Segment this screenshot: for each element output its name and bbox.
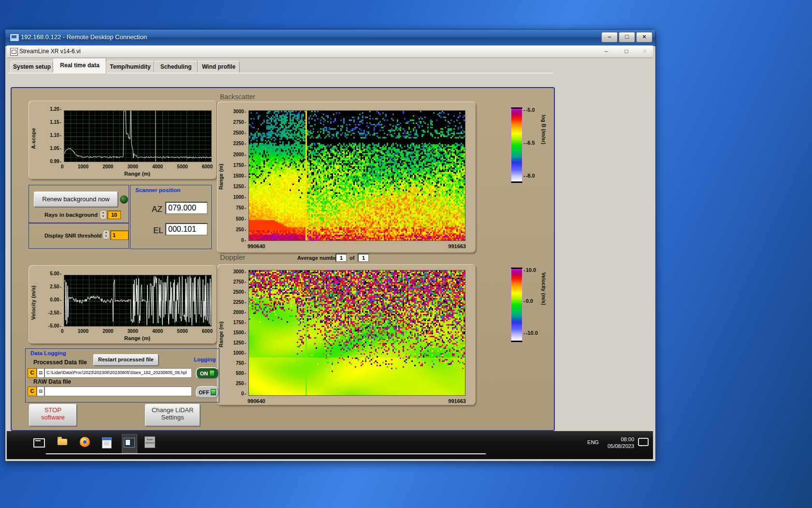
- renew-background-led: [120, 195, 128, 204]
- snr-value-field[interactable]: 1: [110, 230, 129, 240]
- task-view-icon[interactable]: [33, 436, 45, 448]
- vi-app-icon: [10, 48, 18, 56]
- rays-spinner[interactable]: ▲▼: [100, 210, 107, 220]
- streamline-app-icon[interactable]: [123, 436, 135, 448]
- change-button-line1: Change LiDAR: [145, 406, 200, 414]
- taskbar-clock[interactable]: 08:00 05/08/2023: [602, 436, 634, 449]
- vi-titlebar[interactable]: StreamLine XR v14-6.vi – □ ×: [7, 45, 653, 58]
- raw-browse-icon[interactable]: ▤: [37, 387, 44, 396]
- doppler-y-ticks: 3000275025002250200017501500125010007505…: [224, 269, 246, 396]
- logging-on-toggle[interactable]: ON: [196, 367, 219, 379]
- change-lidar-settings-button[interactable]: Change LiDAR Settings: [145, 404, 200, 426]
- desktop: { "window": { "rdp_title": "192.168.0.12…: [0, 0, 812, 508]
- language-indicator[interactable]: ENG: [585, 435, 601, 449]
- remote-desktop: StreamLine XR v14-6.vi – □ × System setu…: [7, 45, 653, 459]
- doppler-colorbar: [511, 268, 522, 342]
- doppler-x-ticks: 990640 991663: [247, 398, 466, 404]
- scanner-position-group: Scanner position AZ 079.000 EL 000.101: [130, 185, 212, 249]
- tab-scheduling[interactable]: Scheduling: [154, 61, 198, 73]
- vi-restore-button[interactable]: □: [620, 47, 633, 56]
- snr-threshold-label: Display SNR threshold: [44, 233, 102, 239]
- ascope-x-ticks: 0100020003000400050006000: [61, 164, 213, 169]
- doppler-cb-tick-max: 10.0: [523, 267, 536, 273]
- velocity-x-axis-label: Range (m): [64, 335, 211, 341]
- raw-data-file-label: RAW Data file: [33, 378, 71, 385]
- logging-off-toggle[interactable]: OFF: [196, 386, 219, 398]
- doppler-title: Doppler: [220, 253, 246, 261]
- backscatter-graph: Range (m) 300027502500225020001750150012…: [217, 102, 476, 253]
- ascope-plot: [64, 110, 212, 162]
- renew-background-button[interactable]: Renew background now: [34, 192, 118, 207]
- velocity-graph: Velocity (m/s) 5.002.500.00-2.50-5.00 01…: [29, 265, 217, 344]
- processed-data-file-label: Processed Data file: [33, 359, 87, 366]
- doppler-plot: [248, 270, 465, 396]
- backscatter-cb-tick-min: -8.0: [523, 173, 535, 179]
- ascope-x-axis-label: Range (m): [64, 171, 211, 177]
- notification-icon[interactable]: [638, 438, 649, 446]
- average-of-label: of: [349, 255, 354, 261]
- el-label: EL: [153, 226, 163, 236]
- rdp-window-title: 192.168.0.122 - Remote Desktop Connectio…: [21, 33, 147, 41]
- clock-time: 08:00: [602, 436, 634, 443]
- processed-browse-icon[interactable]: ▤: [37, 368, 44, 378]
- snr-threshold-group: Display SNR threshold ▲▼ 1: [29, 223, 129, 249]
- vi-window-title: StreamLine XR v14-6.vi: [19, 48, 81, 55]
- logging-on-label: ON: [200, 371, 208, 376]
- stop-software-button[interactable]: STOP software: [29, 404, 77, 426]
- background-controls-group: Renew background now Rays in background …: [29, 185, 129, 224]
- logging-on-led-icon: [209, 370, 215, 376]
- backscatter-cb-tick-mid: -6.5: [523, 140, 535, 146]
- rdp-titlebar[interactable]: 192.168.0.122 - Remote Desktop Connectio…: [5, 30, 655, 46]
- data-logging-group: Data Logging Processed Data file Restart…: [25, 348, 219, 403]
- scanner-position-title: Scanner position: [135, 187, 180, 193]
- az-value-field[interactable]: 079.000: [165, 202, 208, 214]
- backscatter-title: Backscatter: [220, 93, 255, 101]
- rdp-maximize-button[interactable]: □: [619, 32, 635, 43]
- file-explorer-icon[interactable]: [56, 436, 69, 448]
- backscatter-y-ticks: 3000275025002250200017501500125010007505…: [224, 109, 246, 243]
- backscatter-cb-label: log B (/m/sr): [541, 115, 547, 178]
- average-number-field[interactable]: 1: [335, 254, 347, 262]
- backscatter-plot: [248, 110, 465, 241]
- doppler-cb-tick-min: -10.0: [523, 330, 538, 336]
- restart-processed-file-button[interactable]: Restart processed file: [93, 354, 159, 366]
- ascope-graph: A-scope 1.201.151.101.050.99 01000200030…: [29, 101, 217, 179]
- velocity-y-ticks: 5.002.500.00-2.50-5.00: [40, 271, 61, 329]
- rdp-monitor-icon: [10, 33, 19, 42]
- doppler-x-max: 991663: [448, 398, 466, 404]
- tab-wind-profile[interactable]: Wind profile: [198, 61, 240, 73]
- snr-spinner[interactable]: ▲▼: [102, 230, 110, 239]
- doppler-x-min: 990640: [247, 398, 265, 404]
- doppler-cb-tick-mid: 0.0: [523, 298, 533, 304]
- logging-label: Logging: [194, 357, 216, 362]
- rays-value-field[interactable]: 10: [107, 210, 121, 219]
- velocity-plot: [64, 275, 212, 327]
- firefox-icon[interactable]: [78, 436, 91, 448]
- tab-temp-humidity[interactable]: Temp/humidity: [106, 61, 154, 73]
- processed-drive-selector[interactable]: C: [28, 368, 37, 378]
- az-label: AZ: [152, 205, 162, 214]
- rdp-close-button[interactable]: ×: [636, 32, 652, 43]
- raw-drive-selector[interactable]: C: [28, 387, 37, 396]
- data-logging-title: Data Logging: [30, 350, 66, 356]
- rdp-minimize-button[interactable]: –: [601, 32, 618, 43]
- raw-path-field[interactable]: [44, 387, 192, 396]
- doppler-cb-label: Velocity (m/s): [541, 272, 547, 338]
- notepad-icon[interactable]: [101, 436, 113, 448]
- el-value-field[interactable]: 000.101: [165, 223, 208, 236]
- rdp-window: 192.168.0.122 - Remote Desktop Connectio…: [5, 29, 656, 462]
- backscatter-x-min: 990640: [247, 243, 265, 249]
- change-button-line2: Settings: [145, 414, 200, 421]
- average-total-field[interactable]: 1: [358, 254, 369, 262]
- stop-button-line1: STOP: [29, 406, 76, 414]
- taskbar: Scan Sched ENG 08:00 05/08/2023: [7, 431, 653, 459]
- vi-minimize-button[interactable]: –: [599, 47, 613, 56]
- vi-close-button[interactable]: ×: [638, 47, 652, 56]
- backscatter-x-max: 991663: [448, 243, 466, 249]
- tab-real-time-data[interactable]: Real time data: [53, 59, 106, 74]
- processed-path-field[interactable]: C:\Lidar\Data\Proc\2023\202308\20230805\…: [44, 368, 192, 378]
- scan-scheduler-icon[interactable]: Scan Sched: [145, 436, 155, 448]
- clock-date: 05/08/2023: [602, 443, 634, 449]
- backscatter-x-ticks: 990640 991663: [247, 243, 466, 249]
- tab-system-setup[interactable]: System setup: [11, 61, 53, 73]
